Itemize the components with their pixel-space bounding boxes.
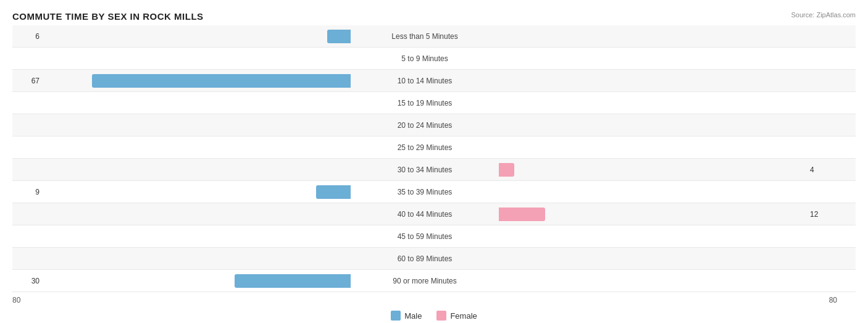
male-bar bbox=[327, 30, 351, 43]
row-label: 20 to 24 Minutes bbox=[351, 121, 499, 130]
row-label: 30 to 34 Minutes bbox=[351, 166, 499, 174]
row-label: 90 or more Minutes bbox=[351, 277, 499, 285]
male-bar bbox=[316, 185, 351, 199]
table-row: 40 to 44 Minutes 12 bbox=[12, 203, 856, 225]
table-row: 6 Less than 5 Minutes bbox=[12, 25, 856, 48]
female-bar-wrap bbox=[499, 52, 807, 65]
table-row: 25 to 29 Minutes bbox=[12, 136, 856, 159]
male-bar-wrap bbox=[42, 230, 351, 243]
male-bar-wrap bbox=[42, 30, 351, 43]
legend: Male Female bbox=[12, 311, 856, 321]
female-bar-wrap bbox=[499, 96, 807, 110]
male-value: 30 bbox=[12, 277, 42, 285]
row-label: 15 to 19 Minutes bbox=[351, 99, 499, 107]
table-row: 30 to 34 Minutes 4 bbox=[12, 159, 856, 181]
table-row: 15 to 19 Minutes bbox=[12, 92, 856, 114]
male-bar-wrap bbox=[42, 252, 351, 266]
source-text: Source: ZipAtlas.com bbox=[791, 11, 856, 19]
female-bar-wrap bbox=[499, 74, 807, 88]
female-bar bbox=[499, 163, 514, 177]
female-value: 12 bbox=[807, 210, 837, 219]
male-bar-wrap bbox=[42, 141, 351, 154]
male-bar-wrap bbox=[42, 52, 351, 65]
table-row: 60 to 89 Minutes bbox=[12, 248, 856, 270]
male-bar-wrap bbox=[42, 119, 351, 132]
row-label: 10 to 14 Minutes bbox=[351, 77, 499, 85]
row-label: 25 to 29 Minutes bbox=[351, 143, 499, 152]
female-value: 4 bbox=[807, 166, 837, 174]
table-row: 67 10 to 14 Minutes bbox=[12, 70, 856, 92]
axis-left-label: 80 bbox=[12, 296, 351, 304]
male-bar-wrap bbox=[42, 274, 351, 288]
female-bar-wrap bbox=[499, 230, 807, 243]
female-color-box bbox=[436, 311, 446, 321]
male-color-box bbox=[391, 311, 401, 321]
male-bar-wrap bbox=[42, 96, 351, 110]
male-bar-wrap bbox=[42, 185, 351, 199]
row-label: 5 to 9 Minutes bbox=[351, 54, 499, 63]
male-value: 67 bbox=[12, 77, 42, 85]
table-row: 5 to 9 Minutes bbox=[12, 48, 856, 70]
female-bar-wrap bbox=[499, 185, 807, 199]
row-label: 45 to 59 Minutes bbox=[351, 232, 499, 241]
chart-title: COMMUTE TIME BY SEX IN ROCK MILLS bbox=[12, 11, 856, 22]
row-label: 35 to 39 Minutes bbox=[351, 188, 499, 196]
table-row: 45 to 59 Minutes bbox=[12, 225, 856, 248]
male-value: 9 bbox=[12, 188, 42, 196]
axis-right-label: 80 bbox=[499, 296, 837, 304]
chart-area: 6 Less than 5 Minutes 5 to 9 Minutes 67 bbox=[12, 25, 856, 292]
male-bar bbox=[92, 74, 351, 88]
row-label: 60 to 89 Minutes bbox=[351, 254, 499, 263]
table-row: 30 90 or more Minutes bbox=[12, 270, 856, 292]
table-row: 9 35 to 39 Minutes bbox=[12, 181, 856, 203]
female-bar bbox=[499, 208, 545, 221]
female-bar-wrap bbox=[499, 208, 807, 221]
male-bar bbox=[235, 274, 351, 288]
legend-male: Male bbox=[391, 311, 422, 321]
male-label: Male bbox=[404, 311, 422, 321]
female-bar-wrap bbox=[499, 274, 807, 288]
female-bar-wrap bbox=[499, 252, 807, 266]
legend-female: Female bbox=[436, 311, 477, 321]
female-bar-wrap bbox=[499, 119, 807, 132]
row-label: Less than 5 Minutes bbox=[351, 32, 499, 41]
female-label: Female bbox=[450, 311, 477, 321]
male-bar-wrap bbox=[42, 74, 351, 88]
female-bar-wrap bbox=[499, 30, 807, 43]
male-bar-wrap bbox=[42, 208, 351, 221]
table-row: 20 to 24 Minutes bbox=[12, 114, 856, 136]
female-bar-wrap bbox=[499, 163, 807, 177]
male-value: 6 bbox=[12, 32, 42, 41]
chart-container: COMMUTE TIME BY SEX IN ROCK MILLS Source… bbox=[0, 0, 868, 323]
female-bar-wrap bbox=[499, 141, 807, 154]
male-bar-wrap bbox=[42, 163, 351, 177]
row-label: 40 to 44 Minutes bbox=[351, 210, 499, 219]
axis-row: 80 80 bbox=[12, 296, 856, 304]
